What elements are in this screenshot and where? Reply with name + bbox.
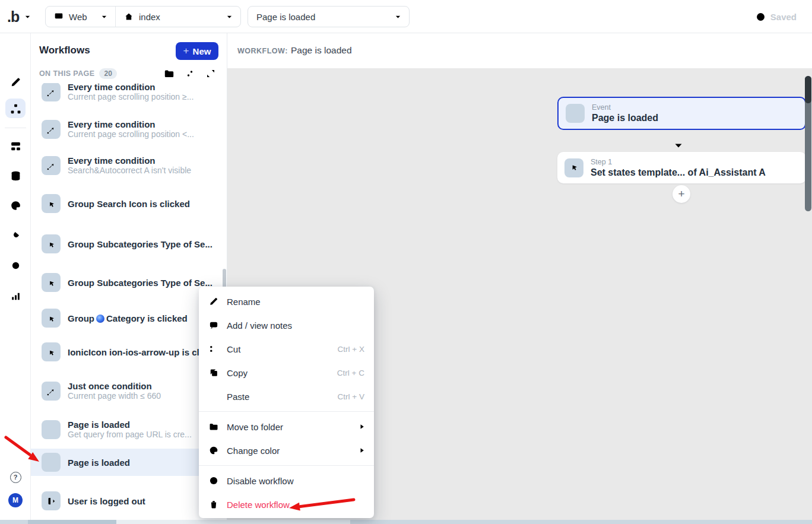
workflow-list-item[interactable]: Page is loadedGet query from page URL is… bbox=[31, 416, 227, 443]
add-folder-icon[interactable] bbox=[163, 68, 175, 80]
nav-plugins-tab[interactable] bbox=[0, 224, 31, 246]
page-loaded-burst-icon bbox=[42, 453, 61, 472]
scissors-icon bbox=[208, 344, 219, 354]
disable-icon bbox=[208, 475, 219, 486]
workflow-selector-dropdown[interactable]: Page is loaded bbox=[248, 6, 410, 27]
nav-styles-tab[interactable] bbox=[0, 195, 31, 216]
horizontal-scrollbar[interactable] bbox=[0, 520, 812, 524]
item-subtitle: Get query from page URL is cre... bbox=[68, 430, 192, 440]
workflow-list-item[interactable]: Group Subcategories Type of Se... bbox=[31, 269, 227, 296]
menu-item-change-color[interactable]: Change color bbox=[199, 439, 374, 462]
shortcut-label: Ctrl + C bbox=[337, 369, 364, 377]
left-nav-rail: ? M bbox=[0, 33, 31, 524]
canvas-scrollbar-thumb[interactable] bbox=[805, 76, 811, 103]
node-kind: Step 1 bbox=[591, 158, 766, 167]
device-dropdown[interactable]: Web bbox=[46, 7, 116, 27]
folder-icon bbox=[208, 421, 219, 432]
workflow-name: Page is loaded bbox=[291, 45, 352, 56]
item-subtitle: Search&Autocorrect A isn't visible bbox=[68, 166, 191, 176]
submenu-caret-icon bbox=[360, 424, 364, 430]
help-button[interactable]: ? bbox=[0, 466, 31, 488]
pencil-icon bbox=[9, 76, 22, 88]
shortcut-label: Ctrl + X bbox=[338, 345, 364, 354]
menu-item-move-to-folder[interactable]: Move to folder bbox=[199, 415, 374, 439]
workflow-list-item[interactable]: User is logged out bbox=[31, 487, 227, 515]
menu-item-notes[interactable]: Add / view notes bbox=[199, 313, 374, 337]
workflow-list-item[interactable]: Group Search Icon is clicked bbox=[31, 190, 227, 217]
node-title: Set states template... of Ai_Assistant A bbox=[591, 167, 766, 178]
help-icon: ? bbox=[10, 472, 21, 483]
nav-logs-tab[interactable] bbox=[0, 285, 31, 306]
item-title: Group Search Icon is clicked bbox=[68, 199, 190, 209]
bubble-workflow-editor: .b Web index Page is loaded Saved bbox=[0, 0, 812, 524]
page-label: index bbox=[139, 12, 160, 22]
hscroll-segment bbox=[116, 520, 350, 524]
copy-icon bbox=[208, 367, 219, 378]
hscroll-thumb[interactable] bbox=[28, 520, 116, 524]
item-title: Group Subcategories Type of Se... bbox=[68, 278, 212, 288]
item-subtitle: Current page scrolling position ≥... bbox=[68, 92, 194, 102]
step-node[interactable]: Step 1Set states template... of Ai_Assis… bbox=[557, 152, 806, 183]
menu-item-copy[interactable]: Copy Ctrl + C bbox=[199, 361, 374, 385]
workflow-list-item[interactable]: Every time conditionSearch&Autocorrect A… bbox=[31, 152, 227, 179]
node-kind: Event bbox=[592, 103, 658, 112]
item-subtitle: Current page width ≤ 660 bbox=[68, 391, 161, 401]
scope-label: ON THIS PAGE bbox=[39, 69, 94, 78]
menu-item-delete-workflow[interactable]: Delete workflow bbox=[199, 493, 374, 516]
workflow-list-item[interactable]: Group Subcategories Type of Se... bbox=[31, 230, 227, 258]
expand-panel-icon[interactable] bbox=[205, 68, 217, 80]
chevron-down-icon bbox=[100, 13, 108, 21]
new-workflow-button[interactable]: + New bbox=[176, 42, 218, 60]
bar-chart-icon bbox=[9, 290, 22, 302]
device-page-selector: Web index bbox=[45, 6, 241, 27]
submenu-caret-icon bbox=[360, 447, 364, 453]
page-dropdown[interactable]: index bbox=[116, 7, 240, 27]
plug-icon bbox=[9, 229, 22, 242]
item-subtitle: Current page scrolling position <... bbox=[68, 129, 194, 139]
click-cursor-icon bbox=[42, 342, 61, 361]
workflow-list-item[interactable]: Just once conditionCurrent page width ≤ … bbox=[31, 377, 227, 405]
nav-divider bbox=[5, 128, 26, 128]
nav-design-tab[interactable] bbox=[0, 71, 31, 93]
hscroll-segment bbox=[0, 520, 28, 524]
pointer-icon bbox=[564, 158, 583, 177]
logout-icon bbox=[42, 491, 61, 510]
filter-sliders-icon[interactable] bbox=[184, 68, 196, 80]
click-cursor-icon bbox=[42, 234, 61, 253]
bubble-logo[interactable]: .b bbox=[7, 8, 19, 26]
workflow-list-item[interactable]: Every time conditionCurrent page scrolli… bbox=[31, 83, 227, 106]
workflow-list: Every time conditionCurrent page scrolli… bbox=[31, 83, 227, 520]
item-title: Every time condition bbox=[68, 155, 191, 166]
menu-item-paste[interactable]: Paste Ctrl + V bbox=[199, 385, 374, 408]
nav-reusables-tab[interactable] bbox=[0, 135, 31, 157]
menu-item-disable-workflow[interactable]: Disable workflow bbox=[199, 469, 374, 493]
item-title: Page is loaded bbox=[68, 458, 130, 468]
chevron-down-icon bbox=[226, 13, 233, 21]
workflow-list-item-selected[interactable]: Page is loaded bbox=[31, 449, 227, 476]
workflow-list-item[interactable]: IonicIcon ion-ios-arrow-up is cli... bbox=[31, 338, 227, 366]
condition-trend-icon bbox=[42, 156, 61, 175]
layout-blocks-icon bbox=[9, 140, 22, 153]
workflow-list-item[interactable]: GroupCategory is clicked bbox=[31, 304, 227, 332]
user-avatar[interactable]: M bbox=[0, 490, 31, 511]
add-action-button[interactable]: + bbox=[673, 185, 690, 203]
save-status-label: Saved bbox=[770, 12, 797, 22]
workflow-label: WORKFLOW: bbox=[237, 47, 288, 55]
event-node[interactable]: EventPage is loaded bbox=[557, 97, 806, 130]
logo-menu-chevron-icon[interactable] bbox=[24, 13, 31, 21]
nav-settings-tab[interactable] bbox=[0, 255, 31, 276]
nav-data-tab[interactable] bbox=[0, 165, 31, 186]
click-cursor-icon bbox=[42, 194, 61, 213]
nav-workflow-tab[interactable] bbox=[0, 98, 31, 119]
panel-title: Workflows bbox=[39, 45, 90, 56]
home-icon bbox=[123, 11, 134, 22]
workflow-selector-label: Page is loaded bbox=[256, 12, 315, 22]
gear-icon bbox=[9, 259, 22, 272]
menu-item-rename[interactable]: Rename bbox=[199, 290, 374, 313]
menu-item-cut[interactable]: Cut Ctrl + X bbox=[199, 337, 374, 361]
item-title: Group Subcategories Type of Se... bbox=[68, 239, 212, 249]
workflow-list-item[interactable]: Every time conditionCurrent page scrolli… bbox=[31, 116, 227, 143]
item-title: GroupCategory is clicked bbox=[68, 313, 188, 323]
item-title: Page is loaded bbox=[68, 420, 192, 430]
workflows-panel: Workflows + New ON THIS PAGE 20 Every ti… bbox=[31, 33, 227, 524]
